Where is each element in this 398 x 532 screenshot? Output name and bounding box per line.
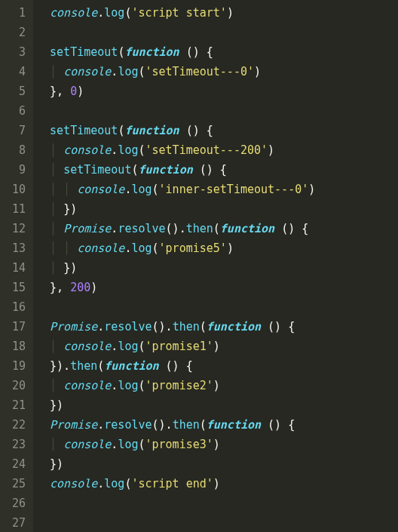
token: console: [63, 340, 111, 353]
token: [200, 45, 207, 59]
token: 200: [70, 281, 90, 294]
token: 'promise1': [145, 340, 213, 353]
code-line[interactable]: │ Promise.resolve().then(function () {: [36, 219, 398, 238]
token: ): [77, 85, 84, 98]
line-number: 13: [6, 238, 26, 258]
line-number: 7: [6, 121, 26, 140]
token: }: [50, 281, 57, 294]
token: [179, 359, 186, 373]
line-number: 18: [6, 337, 26, 356]
code-line[interactable]: │ │ console.log('inner-setTimeout---0'): [36, 180, 398, 199]
token: [159, 359, 166, 373]
line-number: 11: [6, 199, 26, 219]
token: console: [63, 65, 111, 78]
code-line[interactable]: [36, 513, 398, 532]
token: function: [104, 359, 158, 373]
token: }: [50, 398, 57, 412]
token: resolve: [118, 222, 165, 235]
token: [36, 398, 50, 412]
token: [36, 241, 50, 255]
code-line[interactable]: console.log('script start'): [36, 3, 398, 23]
token: then: [173, 320, 200, 334]
token: [36, 320, 50, 334]
token: console: [63, 143, 111, 157]
token: {: [302, 222, 308, 235]
code-line[interactable]: [36, 297, 398, 317]
token: [261, 418, 268, 432]
token: .: [97, 418, 104, 432]
code-line[interactable]: │ console.log('setTimeout---200'): [36, 140, 398, 160]
line-number: 12: [6, 219, 26, 238]
token: setTimeout: [63, 163, 131, 177]
token: function: [124, 45, 179, 59]
token: ): [308, 183, 315, 196]
line-number: 5: [6, 81, 26, 101]
token: [261, 320, 268, 334]
token: [36, 183, 50, 196]
token: ): [213, 438, 220, 451]
code-line[interactable]: │ console.log('setTimeout---0'): [36, 62, 398, 81]
line-number: 2: [6, 23, 26, 42]
token: [36, 359, 50, 373]
token: (): [186, 124, 200, 137]
code-area[interactable]: console.log('script start') setTimeout(f…: [33, 0, 398, 532]
code-line[interactable]: │ setTimeout(function () {: [36, 160, 398, 180]
token: ().: [166, 222, 186, 235]
line-number: 14: [6, 258, 26, 278]
token: {: [220, 163, 227, 177]
token: ): [90, 281, 97, 294]
line-number: 19: [6, 356, 26, 376]
token: ): [254, 65, 261, 78]
code-line[interactable]: │ console.log('promise2'): [36, 376, 398, 395]
token: (): [281, 222, 295, 235]
token: (: [152, 183, 159, 196]
code-line[interactable]: setTimeout(function () {: [36, 121, 398, 140]
code-line[interactable]: Promise.resolve().then(function () {: [36, 317, 398, 337]
token: ): [70, 261, 77, 275]
token: │: [50, 340, 63, 353]
line-number: 6: [6, 101, 26, 121]
code-line[interactable]: }): [36, 454, 398, 474]
code-line[interactable]: │ │ console.log('promise5'): [36, 238, 398, 258]
token: console: [63, 379, 111, 392]
code-line[interactable]: │ }): [36, 258, 398, 278]
line-number: 15: [6, 278, 26, 297]
token: function: [207, 320, 261, 334]
token: 'promise5': [159, 241, 227, 255]
code-line[interactable]: }, 0): [36, 81, 398, 101]
code-line[interactable]: [36, 494, 398, 513]
token: }: [50, 359, 57, 373]
token: │: [50, 163, 63, 177]
token: [36, 222, 50, 235]
token: (: [138, 340, 145, 353]
token: then: [173, 418, 200, 432]
token: }: [63, 261, 70, 275]
token: 'setTimeout---0': [145, 65, 255, 78]
token: resolve: [104, 418, 152, 432]
token: ): [57, 398, 63, 412]
token: ,: [57, 85, 70, 98]
line-number: 27: [6, 513, 26, 532]
token: ): [227, 241, 234, 255]
token: log: [131, 183, 152, 196]
token: (: [152, 241, 159, 255]
code-editor[interactable]: 1234567891011121314151617181920212223242…: [0, 0, 398, 532]
code-line[interactable]: }): [36, 395, 398, 415]
token: then: [186, 222, 213, 235]
token: [36, 477, 50, 490]
code-line[interactable]: console.log('script end'): [36, 474, 398, 494]
code-line[interactable]: │ }): [36, 199, 398, 219]
code-line[interactable]: [36, 101, 398, 121]
code-line[interactable]: setTimeout(function () {: [36, 42, 398, 62]
code-line[interactable]: Promise.resolve().then(function () {: [36, 415, 398, 435]
code-line[interactable]: │ console.log('promise3'): [36, 435, 398, 454]
token: ): [213, 340, 220, 353]
token: (: [97, 359, 104, 373]
code-line[interactable]: }).then(function () {: [36, 356, 398, 376]
token: console: [63, 438, 111, 451]
code-line[interactable]: │ console.log('promise1'): [36, 337, 398, 356]
code-line[interactable]: [36, 23, 398, 42]
token: [36, 418, 50, 432]
token: 'script end': [131, 477, 213, 490]
code-line[interactable]: }, 200): [36, 278, 398, 297]
